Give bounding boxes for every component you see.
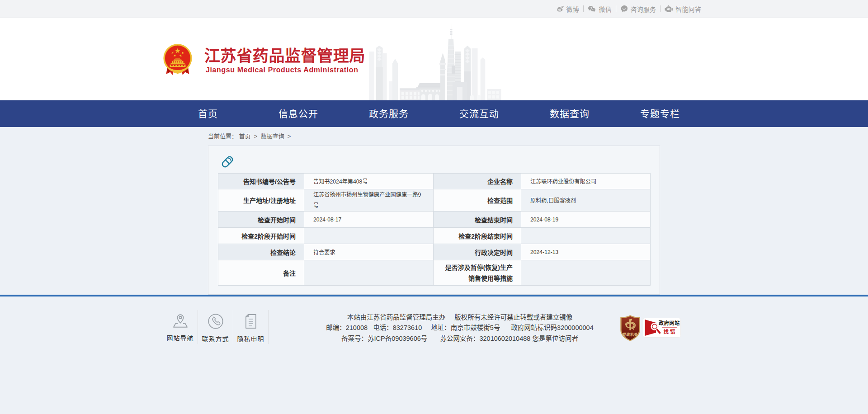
svg-text:党政机关: 党政机关 xyxy=(623,332,638,337)
svg-text:找错: 找错 xyxy=(664,329,677,334)
svg-text:政府网站: 政府网站 xyxy=(659,320,680,326)
